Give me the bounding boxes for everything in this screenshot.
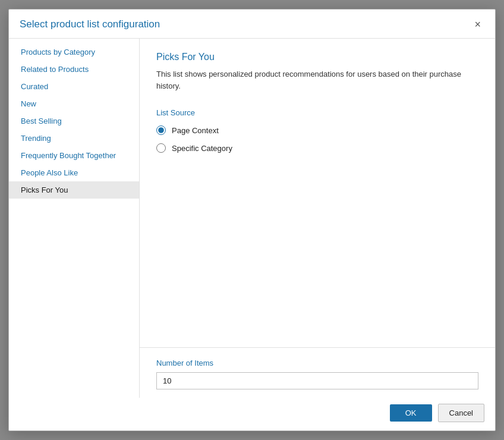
- sidebar-item-related-to-products[interactable]: Related to Products: [9, 61, 139, 78]
- sidebar-item-new[interactable]: New: [9, 95, 139, 112]
- cancel-button[interactable]: Cancel: [438, 404, 484, 422]
- list-source-label: List Source: [156, 108, 478, 117]
- radio-page-context-label: Page Context: [172, 126, 219, 135]
- sidebar-item-people-also-like[interactable]: People Also Like: [9, 164, 139, 181]
- section-title: Picks For You: [156, 52, 478, 62]
- radio-page-context-input[interactable]: [156, 125, 166, 135]
- radio-page-context[interactable]: Page Context: [156, 125, 478, 135]
- radio-specific-category-input[interactable]: [156, 143, 166, 153]
- radio-group: Page Context Specific Category: [156, 125, 478, 153]
- sidebar: Products by Category Related to Products…: [9, 39, 140, 398]
- dialog-body: Products by Category Related to Products…: [9, 38, 495, 398]
- radio-specific-category-label: Specific Category: [172, 144, 232, 153]
- sidebar-item-trending[interactable]: Trending: [9, 130, 139, 147]
- dialog-footer: OK Cancel: [9, 398, 495, 430]
- sidebar-item-best-selling[interactable]: Best Selling: [9, 112, 139, 130]
- section-description: This list shows personalized product rec…: [156, 68, 478, 92]
- number-of-items-label: Number of Items: [156, 359, 478, 367]
- main-bottom: Number of Items: [140, 347, 495, 398]
- dialog-title: Select product list configuration: [20, 18, 160, 30]
- sidebar-item-picks-for-you[interactable]: Picks For You: [9, 181, 139, 199]
- close-button[interactable]: ×: [471, 18, 484, 31]
- number-of-items-input[interactable]: [156, 372, 478, 389]
- radio-specific-category[interactable]: Specific Category: [156, 143, 478, 153]
- main-top: Picks For You This list shows personaliz…: [140, 39, 495, 347]
- ok-button[interactable]: OK: [390, 404, 432, 422]
- sidebar-item-curated[interactable]: Curated: [9, 78, 139, 95]
- title-bar: Select product list configuration ×: [9, 10, 495, 38]
- sidebar-item-products-by-category[interactable]: Products by Category: [9, 43, 139, 61]
- sidebar-item-frequently-bought-together[interactable]: Frequently Bought Together: [9, 147, 139, 164]
- dialog: Select product list configuration × Prod…: [8, 9, 496, 431]
- main-content: Picks For You This list shows personaliz…: [140, 39, 495, 398]
